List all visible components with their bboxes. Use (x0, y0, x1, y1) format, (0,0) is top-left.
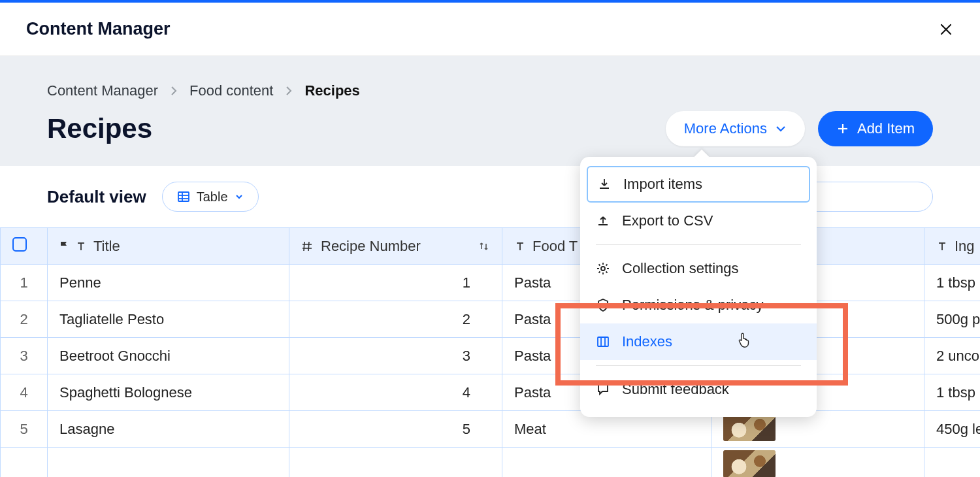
cell-recipe-number[interactable]: 5 (289, 411, 502, 448)
view-name[interactable]: Default view (47, 187, 146, 207)
image-thumbnail (723, 450, 776, 478)
row-number: 3 (1, 338, 48, 374)
select-all-header[interactable] (1, 228, 48, 265)
table-row[interactable]: 3 Beetroot Gnocchi 3 Pasta 2 unco (1, 338, 981, 374)
breadcrumb-item[interactable]: Content Manager (47, 82, 158, 99)
download-icon (597, 177, 612, 191)
menu-separator (596, 365, 801, 366)
cell-ingredients[interactable]: 2 unco (924, 338, 981, 374)
table-row[interactable]: 1 Penne 1 Pasta 1 tbsp (1, 265, 981, 301)
checkbox-icon[interactable] (12, 237, 27, 252)
column-label: Food T (532, 238, 578, 255)
more-actions-button[interactable]: More Actions (666, 111, 805, 146)
view-mode-select[interactable]: Table (162, 182, 259, 212)
chevron-down-icon (235, 192, 244, 201)
table-row[interactable]: 5 Lasagne 5 Meat 450g le (1, 411, 981, 448)
cell-ingredients[interactable] (924, 448, 981, 478)
menu-label: Collection settings (622, 260, 739, 277)
row-number: 2 (1, 301, 48, 338)
cell-title[interactable]: Penne (48, 265, 289, 301)
row-number: 5 (1, 411, 48, 448)
column-title[interactable]: Title (48, 228, 289, 265)
row-number: 4 (1, 374, 48, 411)
cell-recipe-number[interactable]: 2 (289, 301, 502, 338)
cell-recipe-number[interactable] (289, 448, 502, 478)
cell-image[interactable] (711, 448, 924, 478)
cell-food-type[interactable] (502, 448, 711, 478)
column-label: Recipe Number (321, 238, 421, 255)
sort-icon[interactable] (478, 240, 490, 252)
chevron-right-icon (170, 85, 178, 97)
cell-ingredients[interactable]: 1 tbsp (924, 374, 981, 411)
svg-rect-19 (598, 337, 608, 346)
view-mode-label: Table (197, 189, 228, 205)
cell-title[interactable]: Tagliatelle Pesto (48, 301, 289, 338)
menu-submit-feedback[interactable]: Submit feedback (580, 371, 817, 408)
hash-icon (301, 240, 314, 253)
menu-label: Import items (623, 176, 702, 193)
app-title: Content Manager (26, 19, 171, 39)
cell-title[interactable]: Lasagne (48, 411, 289, 448)
table-row[interactable]: 4 Spaghetti Bolognese 4 Pasta 1 tbsp (1, 374, 981, 411)
cell-title[interactable]: Spaghetti Bolognese (48, 374, 289, 411)
menu-label: Permissions & privacy (622, 297, 763, 314)
image-thumbnail (723, 414, 776, 441)
menu-label: Submit feedback (622, 381, 729, 398)
breadcrumb: Content Manager Food content Recipes (47, 82, 933, 99)
data-table: Title Recipe Number Food T (0, 227, 980, 477)
close-icon[interactable] (938, 22, 954, 37)
menu-collection-settings[interactable]: Collection settings (580, 250, 817, 287)
menu-label: Indexes (622, 333, 672, 350)
cell-recipe-number[interactable]: 3 (289, 338, 502, 374)
menu-indexes[interactable]: Indexes (580, 323, 817, 360)
svg-rect-4 (178, 192, 189, 201)
row-number: 1 (1, 265, 48, 301)
gear-icon (596, 261, 610, 276)
table-icon (177, 190, 190, 203)
add-item-label: Add Item (857, 120, 915, 137)
column-ingredients[interactable]: Ing (924, 228, 981, 265)
text-icon (514, 240, 526, 252)
svg-point-18 (601, 267, 605, 271)
chat-icon (596, 382, 610, 397)
column-label: Ing (955, 238, 975, 255)
menu-import-items[interactable]: Import items (587, 166, 810, 203)
add-item-button[interactable]: Add Item (818, 111, 933, 146)
table-header-row: Title Recipe Number Food T (1, 228, 981, 265)
toolbar-card: Default view Table Manage Fields S (7, 166, 973, 227)
app-header: Content Manager (0, 3, 980, 56)
svg-line-11 (308, 242, 309, 251)
table-row[interactable] (1, 448, 981, 478)
column-recipe-number[interactable]: Recipe Number (289, 228, 502, 265)
shield-icon (596, 298, 610, 312)
more-actions-label: More Actions (684, 120, 767, 137)
cell-title[interactable]: Beetroot Gnocchi (48, 338, 289, 374)
table-row[interactable]: 2 Tagliatelle Pesto 2 Pasta 500g p (1, 301, 981, 338)
index-icon (596, 335, 610, 349)
cell-title[interactable] (48, 448, 289, 478)
svg-line-10 (304, 242, 304, 251)
text-icon (75, 240, 87, 252)
upload-icon (596, 214, 610, 228)
cell-recipe-number[interactable]: 1 (289, 265, 502, 301)
menu-label: Export to CSV (622, 212, 713, 229)
breadcrumb-item-current: Recipes (304, 82, 359, 99)
cursor-pointer-icon (737, 331, 751, 352)
row-number (1, 448, 48, 478)
plus-icon (836, 122, 849, 135)
menu-separator (596, 244, 801, 245)
cell-ingredients[interactable]: 1 tbsp (924, 265, 981, 301)
column-label: Title (93, 238, 120, 255)
page-header-area: Content Manager Food content Recipes Rec… (0, 56, 980, 166)
cell-ingredients[interactable]: 500g p (924, 301, 981, 338)
menu-permissions[interactable]: Permissions & privacy (580, 287, 817, 323)
flag-icon (59, 240, 69, 252)
cell-ingredients[interactable]: 450g le (924, 411, 981, 448)
page-title: Recipes (47, 113, 152, 144)
text-icon (936, 240, 948, 252)
breadcrumb-item[interactable]: Food content (189, 82, 273, 99)
more-actions-dropdown: Import items Export to CSV Collection se… (580, 157, 817, 417)
chevron-right-icon (285, 85, 293, 97)
cell-recipe-number[interactable]: 4 (289, 374, 502, 411)
menu-export-csv[interactable]: Export to CSV (580, 203, 817, 239)
